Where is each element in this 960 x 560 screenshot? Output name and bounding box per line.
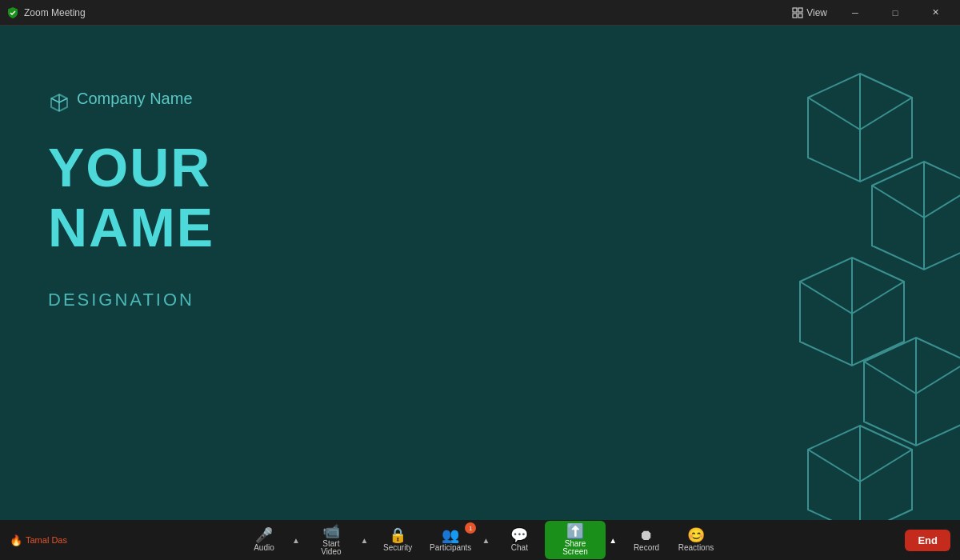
view-button[interactable]: View <box>792 7 827 18</box>
record-button[interactable]: ⏺ Record <box>622 521 670 559</box>
security-button[interactable]: 🔒 Security <box>374 521 422 559</box>
cube-decorations <box>760 26 960 520</box>
participants-arrow-button[interactable]: ▲ <box>478 521 494 559</box>
record-label: Record <box>634 544 659 552</box>
share-screen-arrow-button[interactable]: ▲ <box>606 521 621 559</box>
participants-group: 👥 Participants 1 ▲ <box>423 521 494 559</box>
svg-line-11 <box>872 186 924 218</box>
record-icon: ⏺ <box>639 528 654 542</box>
svg-line-17 <box>864 362 916 394</box>
reactions-label: Reactions <box>678 544 714 552</box>
maximize-button[interactable]: □ <box>877 0 914 26</box>
video-icon: 📹 <box>322 524 340 538</box>
svg-line-8 <box>808 98 860 130</box>
slide-area: Company Name YOUR NAME DESIGNATION <box>0 26 960 520</box>
your-name-text: YOUR NAME <box>48 138 214 258</box>
participants-badge: 1 <box>465 522 476 534</box>
share-screen-group: ⬆️ Share Screen ▲ <box>545 521 621 559</box>
video-arrow-button[interactable]: ▲ <box>357 521 372 559</box>
svg-rect-2 <box>793 14 797 18</box>
share-screen-button[interactable]: ⬆️ Share Screen <box>545 521 605 559</box>
titlebar: Zoom Meeting View ─ □ ✕ <box>0 0 960 26</box>
chat-button[interactable]: 💬 Chat <box>495 521 543 559</box>
svg-line-20 <box>808 450 860 482</box>
chat-icon: 💬 <box>510 528 528 542</box>
slide-left-content: Company Name YOUR NAME DESIGNATION <box>48 90 214 310</box>
toolbar: 🔥 Tamal Das 🎤 Audio ▲ 📹 Start Video ▲ 🔒 … <box>0 520 960 560</box>
titlebar-title: Zoom Meeting <box>24 7 86 18</box>
participants-button[interactable]: 👥 Participants 1 <box>423 521 478 559</box>
svg-rect-1 <box>798 8 802 12</box>
end-button[interactable]: End <box>905 530 950 551</box>
designation-text: DESIGNATION <box>48 290 214 310</box>
reactions-icon: 😊 <box>687 528 705 542</box>
svg-line-14 <box>800 282 852 314</box>
minimize-button[interactable]: ─ <box>837 0 874 26</box>
toolbar-center: 🎤 Audio ▲ 📹 Start Video ▲ 🔒 Security 👥 P… <box>240 521 720 559</box>
share-screen-label: Share Screen <box>551 540 598 556</box>
video-button[interactable]: 📹 Start Video <box>306 521 357 559</box>
security-label: Security <box>383 544 412 552</box>
company-name: Company Name <box>48 90 214 114</box>
svg-rect-3 <box>798 14 802 18</box>
zoom-shield-icon <box>6 6 19 19</box>
svg-marker-10 <box>872 162 960 270</box>
video-group: 📹 Start Video ▲ <box>306 521 372 559</box>
close-button[interactable]: ✕ <box>917 0 954 26</box>
flame-icon: 🔥 <box>10 534 22 546</box>
audio-label: Audio <box>254 544 274 552</box>
view-label: View <box>806 7 827 18</box>
mic-icon: 🎤 <box>255 528 273 542</box>
audio-arrow-button[interactable]: ▲ <box>288 521 304 559</box>
user-name-label: Tamal Das <box>26 535 67 545</box>
video-label: Start Video <box>312 540 350 556</box>
audio-group: 🎤 Audio ▲ <box>240 521 304 559</box>
svg-line-5 <box>51 98 59 102</box>
share-screen-icon: ⬆️ <box>566 524 584 538</box>
participants-label: Participants <box>430 544 471 552</box>
reactions-button[interactable]: 😊 Reactions <box>672 521 720 559</box>
chat-label: Chat <box>511 544 528 552</box>
audio-button[interactable]: 🎤 Audio <box>240 521 288 559</box>
company-name-text: Company Name <box>77 90 193 108</box>
toolbar-user-indicator: 🔥 Tamal Das <box>10 534 67 546</box>
titlebar-left: Zoom Meeting <box>6 6 86 19</box>
svg-rect-0 <box>793 8 797 12</box>
security-icon: 🔒 <box>389 528 406 542</box>
participants-icon: 👥 <box>442 528 459 542</box>
